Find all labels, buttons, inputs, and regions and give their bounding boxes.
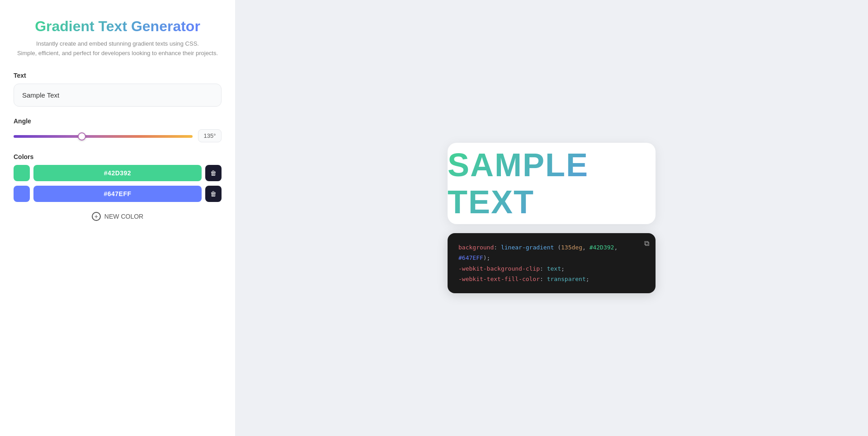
code-val-transparent: transparent [547, 276, 586, 282]
code-prop-fill: -webkit-text-fill-color [458, 276, 540, 282]
app-title: Gradient Text Generator [35, 18, 200, 35]
code-val-text: text [547, 265, 561, 272]
color-swatch-2[interactable] [14, 186, 30, 202]
text-input[interactable] [14, 84, 222, 107]
angle-value: 135° [198, 129, 222, 142]
color-hex-btn-2[interactable]: #647EFF [33, 186, 202, 202]
colors-section: Colors #42D392 🗑 #647EFF 🗑 + NEW COLOR [14, 153, 222, 226]
text-label: Text [14, 72, 222, 79]
delete-color-2-button[interactable]: 🗑 [205, 186, 222, 202]
angle-slider[interactable] [14, 135, 193, 138]
left-panel: Gradient Text Generator Instantly create… [0, 0, 235, 436]
preview-text: SAMPLE TEXT [448, 146, 656, 220]
code-color1-value: #42D392 [590, 244, 614, 251]
code-prop-background: background [458, 244, 494, 251]
copy-icon: ⧉ [644, 239, 649, 247]
code-card: ⧉ background: linear-gradient (135deg, #… [448, 233, 656, 294]
color-hex-btn-1[interactable]: #42D392 [33, 165, 202, 181]
text-section: Text [14, 72, 222, 117]
trash-icon-2: 🗑 [210, 190, 217, 197]
copy-button[interactable]: ⧉ [644, 239, 649, 248]
angle-slider-container [14, 131, 193, 140]
code-angle: 135deg [561, 244, 582, 251]
code-prop-clip: -webkit-background-clip [458, 265, 540, 272]
right-panel: SAMPLE TEXT ⧉ background: linear-gradien… [235, 0, 868, 436]
code-fn-gradient: linear-gradient [501, 244, 554, 251]
add-color-label: NEW COLOR [104, 213, 143, 220]
color-row-2: #647EFF 🗑 [14, 186, 222, 202]
colors-label: Colors [14, 153, 222, 160]
plus-circle-icon: + [92, 212, 101, 221]
code-line-1: background: linear-gradient (135deg, #42… [458, 242, 645, 263]
code-color2-value: #647EFF [458, 254, 483, 261]
trash-icon-1: 🗑 [210, 169, 217, 177]
delete-color-1-button[interactable]: 🗑 [205, 165, 222, 181]
add-color-button[interactable]: + NEW COLOR [14, 206, 222, 226]
preview-card: SAMPLE TEXT [448, 143, 656, 224]
angle-label: Angle [14, 117, 222, 125]
angle-section: Angle 135° [14, 117, 222, 142]
color-row-1: #42D392 🗑 [14, 165, 222, 181]
color-swatch-1[interactable] [14, 165, 30, 181]
code-line-3: -webkit-text-fill-color: transparent; [458, 274, 645, 284]
code-line-2: -webkit-background-clip: text; [458, 263, 645, 274]
app-subtitle: Instantly create and embed stunning grad… [17, 39, 218, 58]
